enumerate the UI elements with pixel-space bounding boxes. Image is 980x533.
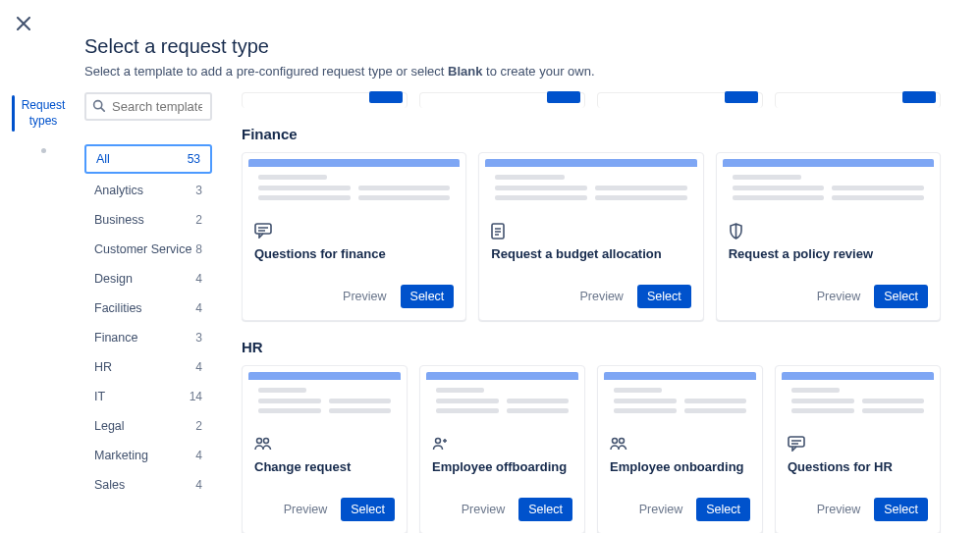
svg-point-6 — [613, 439, 618, 444]
chat-icon — [788, 436, 928, 453]
card-employee-offboarding: Employee offboarding Preview Select — [419, 365, 585, 533]
svg-point-3 — [257, 439, 262, 444]
category-facilities[interactable]: Facilities4 — [84, 295, 212, 321]
category-hr[interactable]: HR4 — [84, 354, 212, 380]
people-icon — [610, 436, 750, 453]
category-analytics[interactable]: Analytics3 — [84, 178, 212, 203]
preview-button[interactable]: Preview — [335, 285, 394, 308]
category-it[interactable]: IT14 — [84, 384, 212, 409]
person-plus-icon — [432, 436, 572, 453]
prev-section-bottom — [242, 92, 941, 108]
card-request-budget-allocation: Request a budget allocation Preview Sele… — [478, 152, 703, 321]
close-button[interactable] — [12, 12, 35, 35]
page-description: Select a template to add a pre-configure… — [84, 64, 941, 79]
section-title-hr: HR — [242, 339, 941, 355]
svg-point-7 — [620, 439, 625, 444]
sidebar: All53 Analytics3 Business2 Customer Serv… — [84, 92, 212, 533]
shield-icon — [729, 223, 928, 240]
hr-cards: Change request Preview Select Employee o… — [242, 365, 941, 533]
card-title: Request a policy review — [729, 246, 928, 261]
category-list: All53 Analytics3 Business2 Customer Serv… — [84, 144, 212, 498]
finance-cards: Questions for finance Preview Select Req… — [242, 152, 941, 321]
category-business[interactable]: Business2 — [84, 207, 212, 233]
card-title: Request a budget allocation — [491, 246, 690, 261]
select-button[interactable]: Select — [518, 498, 572, 521]
category-finance[interactable]: Finance3 — [84, 325, 212, 350]
card-questions-for-hr: Questions for HR Preview Select — [775, 365, 941, 533]
card-questions-for-finance: Questions for finance Preview Select — [242, 152, 466, 321]
preview-button[interactable]: Preview — [572, 285, 630, 308]
document-icon — [491, 223, 690, 240]
svg-point-4 — [264, 439, 269, 444]
close-icon — [17, 17, 30, 30]
card-title: Change request — [254, 459, 395, 474]
svg-rect-8 — [789, 437, 804, 447]
select-button[interactable]: Select — [341, 498, 395, 521]
preview-button[interactable]: Preview — [276, 498, 335, 521]
card-request-policy-review: Request a policy review Preview Select — [716, 152, 941, 321]
category-design[interactable]: Design4 — [84, 266, 212, 292]
category-all[interactable]: All53 — [84, 144, 212, 174]
chat-icon — [254, 223, 454, 240]
left-rail: Request types — [14, 92, 73, 153]
svg-rect-1 — [255, 224, 271, 234]
select-button[interactable]: Select — [401, 285, 455, 308]
card-title: Questions for finance — [254, 246, 454, 261]
card-change-request: Change request Preview Select — [242, 365, 408, 533]
content: Finance Questions for finance Preview Se… — [242, 92, 941, 533]
rail-item-placeholder[interactable] — [41, 148, 46, 153]
preview-button[interactable]: Preview — [809, 285, 868, 308]
rail-item-request-types[interactable]: Request types — [14, 92, 73, 134]
section-title-finance: Finance — [242, 126, 941, 142]
page-title: Select a request type — [84, 35, 941, 58]
category-sales[interactable]: Sales4 — [84, 472, 212, 498]
category-customer-service[interactable]: Customer Service8 — [84, 237, 212, 262]
svg-point-5 — [436, 439, 441, 444]
select-button[interactable]: Select — [637, 285, 691, 308]
preview-button[interactable]: Preview — [809, 498, 868, 521]
card-title: Questions for HR — [788, 459, 928, 474]
category-marketing[interactable]: Marketing4 — [84, 443, 212, 468]
search-icon — [92, 99, 105, 115]
preview-button[interactable]: Preview — [631, 498, 690, 521]
people-icon — [254, 436, 395, 453]
select-button[interactable]: Select — [874, 498, 928, 521]
card-title: Employee offboarding — [432, 459, 572, 474]
card-title: Employee onboarding — [610, 459, 750, 474]
preview-button[interactable]: Preview — [454, 498, 513, 521]
card-employee-onboarding: Employee onboarding Preview Select — [597, 365, 763, 533]
select-button[interactable]: Select — [696, 498, 750, 521]
category-legal[interactable]: Legal2 — [84, 413, 212, 439]
select-button[interactable]: Select — [874, 285, 928, 308]
